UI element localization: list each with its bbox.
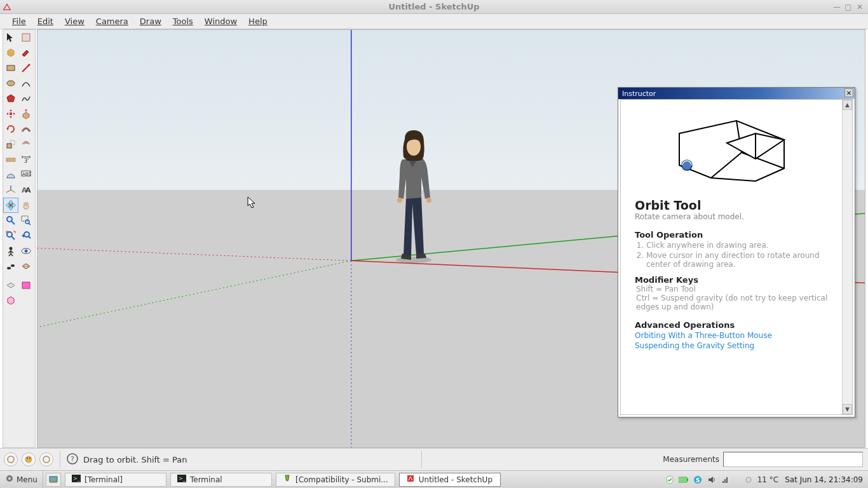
tool-rotate[interactable] bbox=[3, 121, 18, 137]
help-icon[interactable]: ? bbox=[67, 453, 78, 466]
titlebar: Untitled - SketchUp — ▢ ✕ bbox=[0, 0, 868, 14]
task-label: Untitled - SketchUp bbox=[419, 475, 492, 484]
tool-arc[interactable] bbox=[18, 76, 34, 91]
tool-extra-1[interactable] bbox=[3, 278, 18, 293]
terminal-icon: >_ bbox=[177, 475, 186, 484]
tool-followme[interactable] bbox=[18, 121, 34, 137]
tool-text[interactable]: ABC bbox=[18, 167, 34, 182]
svg-rect-0 bbox=[22, 34, 30, 41]
start-menu[interactable]: Menu bbox=[0, 471, 43, 488]
task-sketchup[interactable]: Untitled - SketchUp bbox=[399, 473, 501, 487]
tool-tape[interactable] bbox=[3, 152, 18, 167]
advanced-link[interactable]: Suspending the Gravity Setting bbox=[635, 341, 833, 350]
battery-icon[interactable] bbox=[679, 475, 689, 485]
svg-point-38 bbox=[8, 456, 14, 463]
instructor-header[interactable]: Instructor ✕ bbox=[618, 88, 855, 99]
tool-polygon[interactable] bbox=[3, 91, 18, 106]
scroll-down-icon[interactable]: ▼ bbox=[843, 404, 852, 414]
task-compat[interactable]: [Compatibility - Submi... bbox=[276, 473, 395, 487]
svg-point-35 bbox=[426, 198, 431, 203]
quicklaunch-desktop[interactable] bbox=[46, 473, 61, 487]
tool-paint[interactable] bbox=[18, 45, 34, 60]
instructor-illustration bbox=[660, 105, 794, 194]
tool-lookaround[interactable] bbox=[18, 243, 34, 259]
svg-line-32 bbox=[37, 248, 351, 261]
close-button[interactable]: ✕ bbox=[855, 3, 864, 11]
task-terminal-2[interactable]: >_ Terminal bbox=[170, 473, 272, 487]
svg-rect-47 bbox=[50, 477, 57, 482]
menu-help[interactable]: Help bbox=[243, 15, 273, 28]
operation-list: Click anywhere in drawing area. Move cur… bbox=[646, 241, 833, 269]
tool-zoom[interactable] bbox=[3, 213, 18, 228]
tool-freehand[interactable] bbox=[18, 91, 34, 106]
tool-dimension[interactable]: 3' bbox=[18, 152, 34, 167]
volume-icon[interactable] bbox=[707, 475, 717, 485]
tool-3dtext[interactable]: AA bbox=[18, 182, 34, 198]
tool-component[interactable] bbox=[3, 45, 18, 60]
menu-file[interactable]: File bbox=[6, 15, 32, 28]
tool-offset[interactable] bbox=[18, 137, 34, 152]
status-button-2[interactable] bbox=[22, 452, 36, 466]
tool-template[interactable] bbox=[18, 30, 34, 45]
tool-section[interactable] bbox=[18, 259, 34, 274]
svg-point-46 bbox=[8, 477, 11, 480]
menu-camera[interactable]: Camera bbox=[90, 15, 134, 28]
tool-zoomwindow[interactable] bbox=[18, 213, 34, 228]
instructor-body: ▲ ▼ Orbit Tool Rotate came bbox=[620, 99, 853, 415]
status-button-1[interactable] bbox=[4, 452, 18, 466]
svg-point-41 bbox=[29, 458, 31, 459]
tool-orbit[interactable] bbox=[3, 198, 18, 213]
tool-extra-3[interactable] bbox=[3, 293, 18, 308]
advanced-link[interactable]: Orbiting With a Three-Button Mouse bbox=[635, 331, 833, 340]
scroll-up-icon[interactable]: ▲ bbox=[843, 100, 852, 110]
tool-protractor[interactable] bbox=[3, 167, 18, 182]
tool-zoomextents[interactable] bbox=[3, 228, 18, 243]
menu-window[interactable]: Window bbox=[199, 15, 243, 28]
menu-tools[interactable]: Tools bbox=[167, 15, 199, 28]
instructor-panel: Instructor ✕ ▲ ▼ bbox=[618, 87, 855, 417]
skype-icon[interactable]: S bbox=[693, 475, 703, 485]
tool-walk[interactable] bbox=[3, 259, 18, 274]
svg-rect-61 bbox=[726, 477, 728, 483]
maximize-button[interactable]: ▢ bbox=[844, 3, 853, 11]
tool-previous[interactable] bbox=[18, 228, 34, 243]
tool-line[interactable] bbox=[18, 60, 34, 76]
cursor-pointer-icon bbox=[247, 196, 256, 209]
instructor-close-button[interactable]: ✕ bbox=[844, 88, 853, 97]
tool-pushpull[interactable] bbox=[18, 106, 34, 121]
svg-point-40 bbox=[27, 458, 28, 459]
svg-point-62 bbox=[746, 477, 751, 482]
gear-icon bbox=[5, 474, 14, 485]
network-icon[interactable] bbox=[721, 475, 731, 485]
tool-extra-2[interactable] bbox=[18, 278, 34, 293]
tool-position[interactable] bbox=[3, 243, 18, 259]
tool-circle[interactable] bbox=[3, 76, 18, 91]
tool-rectangle[interactable] bbox=[3, 60, 18, 76]
weather-icon[interactable] bbox=[743, 475, 754, 485]
minimize-button[interactable]: — bbox=[832, 3, 841, 11]
wine-icon bbox=[283, 474, 292, 485]
tool-pan[interactable] bbox=[18, 198, 34, 213]
status-hint-text: Drag to orbit. Shift = Pan bbox=[83, 455, 187, 464]
viewport[interactable]: Instructor ✕ ▲ ▼ bbox=[37, 29, 865, 448]
menu-edit[interactable]: Edit bbox=[32, 15, 59, 28]
tool-axes[interactable] bbox=[3, 182, 18, 198]
instructor-scrollbar[interactable]: ▲ ▼ bbox=[842, 100, 852, 414]
measurements-input[interactable] bbox=[723, 452, 863, 467]
clock[interactable]: Sat Jun 14, 21:34:09 bbox=[785, 475, 863, 484]
operation-header: Tool Operation bbox=[635, 230, 833, 240]
svg-point-19 bbox=[7, 232, 12, 237]
svg-point-37 bbox=[682, 160, 692, 170]
menu-view[interactable]: View bbox=[59, 15, 90, 28]
menubar: File Edit View Camera Draw Tools Window … bbox=[0, 14, 868, 29]
svg-rect-60 bbox=[724, 479, 726, 483]
tool-scale[interactable] bbox=[3, 137, 18, 152]
tool-select[interactable] bbox=[3, 30, 18, 45]
menu-draw[interactable]: Draw bbox=[134, 15, 167, 28]
status-button-3[interactable] bbox=[39, 452, 53, 466]
svg-text:>_: >_ bbox=[73, 476, 81, 482]
shield-icon[interactable] bbox=[665, 475, 675, 485]
taskbar: Menu >_ [Terminal] >_ Terminal [Compatib… bbox=[0, 470, 868, 488]
tool-move[interactable] bbox=[3, 106, 18, 121]
task-terminal-1[interactable]: >_ [Terminal] bbox=[65, 473, 166, 487]
